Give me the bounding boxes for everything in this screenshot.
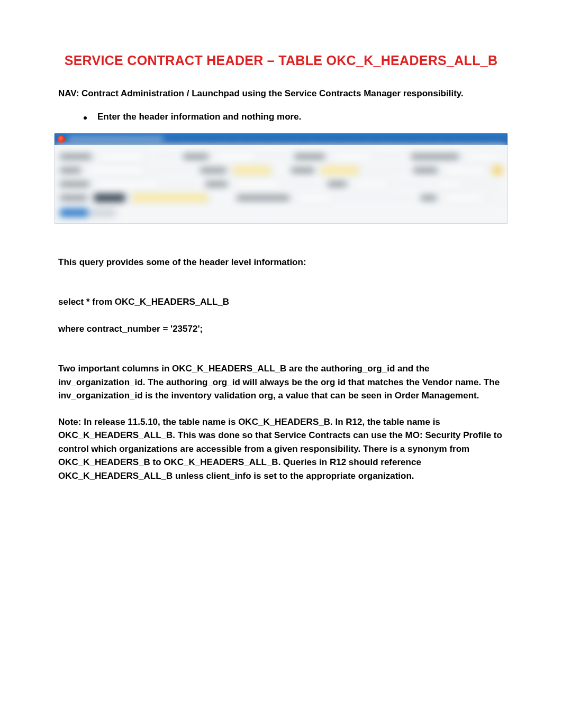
bullet-icon: [84, 116, 87, 120]
note-paragraph: Note: In release 11.5.10, the table name…: [58, 415, 504, 483]
form-body: [55, 145, 507, 223]
nav-path: NAV: Contract Administration / Launchpad…: [58, 88, 504, 99]
form-titlebar: [55, 133, 507, 145]
columns-paragraph: Two important columns in OKC_K_HEADERS_A…: [58, 362, 504, 403]
sql-query: select * from OKC_K_HEADERS_ALL_B where …: [58, 282, 504, 350]
bullet-text: Enter the header information and nothing…: [97, 112, 301, 122]
query-line-2: where contract_number = '23572';: [58, 322, 504, 336]
page-title: SERVICE CONTRACT HEADER – TABLE OKC_K_HE…: [58, 53, 504, 68]
query-line-1: select * from OKC_K_HEADERS_ALL_B: [58, 295, 504, 309]
bullet-item: Enter the header information and nothing…: [84, 112, 504, 122]
oracle-logo-icon: [58, 135, 65, 143]
form-title-text: [68, 137, 164, 141]
form-screenshot: [54, 133, 508, 224]
intro-paragraph: This query provides some of the header l…: [58, 256, 504, 269]
